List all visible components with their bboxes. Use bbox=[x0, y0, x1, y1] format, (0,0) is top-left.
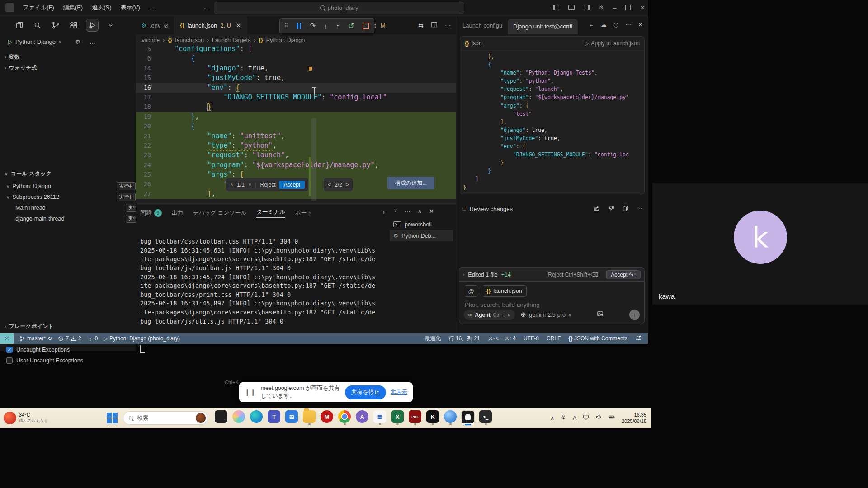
attach-image-icon[interactable] bbox=[597, 310, 604, 319]
step-out-icon[interactable]: ↑ bbox=[336, 22, 340, 30]
remote-indicator[interactable]: ⤫ bbox=[0, 333, 14, 344]
cloud-icon[interactable]: ☁ bbox=[601, 21, 607, 29]
cursor-position-item[interactable]: 行 16、列 21 bbox=[448, 335, 480, 343]
terminal-output[interactable]: bug_toolbar/css/toolbar.css HTTP/1.1" 30… bbox=[140, 220, 384, 371]
command-center-search[interactable]: photo_diary bbox=[214, 2, 464, 14]
mcafee-icon[interactable]: M bbox=[320, 410, 334, 425]
editor-scrollbar[interactable] bbox=[311, 118, 316, 201]
review-more-icon[interactable]: ⋯ bbox=[636, 205, 642, 213]
editor-more-icon[interactable]: ⋯ bbox=[445, 22, 451, 29]
stop-sharing-button[interactable]: 共有を停止 bbox=[345, 385, 386, 399]
panel-tab-debug-console[interactable]: デバッグ コンソール bbox=[193, 209, 246, 217]
taskbar-clock[interactable]: 16:35 2025/06/18 bbox=[622, 412, 646, 424]
editor-code-line[interactable]: 16 "env": { bbox=[136, 83, 456, 93]
aux-more-icon[interactable]: ⋯ bbox=[625, 21, 631, 29]
step-into-icon[interactable]: ↓ bbox=[324, 22, 328, 30]
editor-code-line[interactable]: 5 "configurations": [ bbox=[136, 44, 456, 54]
pause-icon[interactable] bbox=[297, 23, 301, 29]
aux-close-icon[interactable]: ✕ bbox=[638, 21, 643, 29]
editor-code-line[interactable]: 20 { bbox=[136, 122, 456, 131]
chat-input-box[interactable]: @ {}launch.json Plan, search, build anyt… bbox=[459, 281, 645, 324]
edge-icon[interactable] bbox=[250, 410, 263, 425]
menu-view[interactable]: 表示(V) bbox=[116, 4, 145, 12]
microphone-icon[interactable] bbox=[561, 414, 566, 422]
terminal-dropdown-icon[interactable]: ∨ bbox=[394, 208, 397, 216]
menu-more[interactable]: … bbox=[145, 4, 160, 11]
editor-code-line[interactable]: 6 { bbox=[136, 54, 456, 63]
editor-code-line[interactable]: 22 "type": "python", bbox=[136, 141, 456, 150]
debug-status-item[interactable]: ▷Python: Django (photo_diary) bbox=[104, 335, 180, 342]
extensions-icon[interactable] bbox=[68, 19, 80, 31]
minimize-button[interactable]: – bbox=[613, 4, 616, 11]
debug-launch-selector[interactable]: ▷ Python: Django ∨ ⚙ … bbox=[0, 35, 144, 48]
toggle-sidebar-icon[interactable] bbox=[553, 5, 559, 10]
step-over-icon[interactable]: ↷ bbox=[310, 22, 316, 30]
breadcrumb-item[interactable]: Python: Django bbox=[266, 37, 305, 43]
git-branch-item[interactable]: master*↻ bbox=[19, 335, 52, 342]
editor-code-line[interactable]: 23 "request": "launch", bbox=[136, 150, 456, 160]
explorer-icon[interactable] bbox=[14, 19, 25, 31]
review-changes-label[interactable]: Review changes bbox=[470, 206, 513, 212]
section-breakpoints[interactable]: ›ブレークポイント bbox=[5, 323, 54, 330]
send-button[interactable]: ↑ bbox=[629, 310, 640, 320]
taskbar-search[interactable]: 検索 bbox=[123, 411, 208, 425]
editor-code-line[interactable]: 24 "program": "${workspaceFolder}/manage… bbox=[136, 160, 456, 170]
maximize-button[interactable] bbox=[625, 5, 631, 10]
excel-icon[interactable]: X bbox=[391, 410, 404, 425]
eol-item[interactable]: CRLF bbox=[547, 335, 561, 342]
breakpoint-row[interactable]: ✓Uncaught Exceptions bbox=[0, 344, 142, 355]
start-debug-icon[interactable]: ▷ bbox=[8, 38, 13, 45]
weather-widget[interactable]: 34°C 晴れのちくもり bbox=[4, 412, 48, 424]
mention-button[interactable]: @ bbox=[464, 285, 478, 297]
breadcrumb-item[interactable]: .vscode bbox=[140, 37, 160, 43]
panel-title-left[interactable]: Launch configu bbox=[462, 22, 508, 29]
hidden-tab-fragment[interactable]: t M bbox=[374, 16, 385, 34]
panel-tab-ports[interactable]: ポート bbox=[295, 209, 312, 217]
teams-icon[interactable]: T bbox=[267, 410, 281, 425]
panel-tab-terminal[interactable]: ターミナル bbox=[256, 208, 285, 218]
next-change-icon[interactable]: ∨ bbox=[248, 182, 251, 187]
hide-link[interactable]: 非表示 bbox=[391, 389, 408, 396]
checkbox[interactable] bbox=[6, 357, 13, 364]
editor-code-line[interactable]: 14 "django": true, bbox=[136, 64, 456, 73]
folder-icon[interactable] bbox=[302, 410, 316, 425]
section-variables[interactable]: ›変数 bbox=[5, 53, 20, 61]
more-views-chevron-icon[interactable] bbox=[105, 19, 117, 31]
tray-expand-icon[interactable]: ∧ bbox=[550, 415, 554, 421]
copy-icon[interactable] bbox=[622, 205, 628, 213]
prev-file-icon[interactable]: < bbox=[328, 182, 331, 188]
notepad-icon[interactable] bbox=[214, 410, 228, 425]
reject-button[interactable]: Reject bbox=[260, 182, 275, 188]
debug-more-icon[interactable]: … bbox=[90, 38, 95, 45]
terminal-item-powershell[interactable]: >_ powershell bbox=[390, 219, 453, 230]
checkbox[interactable]: ✓ bbox=[6, 347, 13, 353]
tab-close-icon[interactable]: ✕ bbox=[236, 22, 241, 29]
ports-item[interactable]: 0 bbox=[87, 335, 98, 342]
purple-app-icon[interactable]: A bbox=[355, 410, 369, 425]
callstack-row[interactable]: MainThread実行中 bbox=[0, 202, 151, 213]
context-file-pill[interactable]: {}launch.json bbox=[482, 285, 527, 297]
callstack-row[interactable]: django-main-thread実行中 bbox=[0, 213, 151, 224]
run-debug-icon[interactable] bbox=[86, 19, 99, 32]
model-selector[interactable]: gemini-2.5-pro∧ bbox=[520, 312, 571, 318]
toggle-panel-icon[interactable] bbox=[568, 5, 575, 10]
nav-back-icon[interactable]: ← bbox=[203, 4, 210, 11]
toggle-secondary-sidebar-icon[interactable] bbox=[584, 5, 590, 10]
panel-tab-problems[interactable]: 問題9 bbox=[140, 209, 162, 217]
callstack-row[interactable]: ∨Subprocess 26112実行中 bbox=[0, 192, 142, 202]
agent-mode-selector[interactable]: ∞AgentCtrl+I∧ bbox=[464, 310, 515, 320]
accept-button[interactable]: Accept bbox=[279, 181, 305, 189]
add-configuration-button[interactable]: 構成の追加... bbox=[387, 177, 434, 189]
history-icon[interactable]: ◷ bbox=[613, 21, 618, 29]
terminal-icon[interactable]: >_ bbox=[479, 410, 492, 425]
section-watch[interactable]: ›ウォッチ式 bbox=[5, 64, 37, 72]
encoding-item[interactable]: UTF-8 bbox=[524, 335, 539, 342]
tab-env[interactable]: ⚙ .env ⊘ bbox=[136, 16, 175, 34]
close-button[interactable]: ✕ bbox=[640, 4, 645, 11]
menu-selection[interactable]: 選択(S) bbox=[87, 4, 116, 12]
language-mode-item[interactable]: {} JSON with Comments bbox=[568, 335, 627, 342]
stop-icon[interactable] bbox=[363, 23, 369, 29]
edited-files-bar[interactable]: › Edited 1 file +14 Reject Ctrl+Shift+⌫ … bbox=[459, 267, 645, 281]
chrome-icon[interactable] bbox=[338, 410, 351, 425]
pdf-icon[interactable]: PDF bbox=[408, 410, 422, 425]
